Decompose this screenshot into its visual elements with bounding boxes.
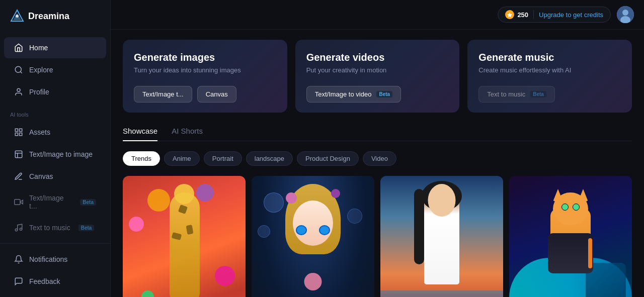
sidebar-item-music[interactable]: Text to music Beta — [4, 217, 106, 238]
text-to-music-button[interactable]: Text to music Beta — [478, 86, 555, 103]
svg-rect-7 — [20, 129, 22, 131]
images-card-desc: Turn your ideas into stunning images — [134, 66, 276, 74]
topbar: 250 Upgrade to get credits — [111, 0, 644, 30]
sidebar-item-text-video[interactable]: Text/Image t... Beta — [4, 188, 106, 216]
text-image-label: Text/Image to image — [29, 150, 93, 158]
music-card-title: Generate music — [478, 52, 621, 63]
explore-label: Explore — [29, 66, 53, 74]
assets-icon — [14, 128, 23, 137]
svg-marker-11 — [20, 200, 23, 204]
bell-icon — [14, 255, 23, 264]
canvas-icon — [14, 172, 23, 181]
music-card-desc: Create music effortlessly with AI — [478, 66, 621, 74]
beta-badge: Beta — [80, 199, 96, 206]
user-avatar[interactable] — [617, 6, 634, 23]
assets-label: Assets — [29, 128, 50, 136]
svg-point-14 — [20, 228, 22, 231]
music-beta-badge: Beta — [78, 225, 95, 231]
giraffe-bg — [123, 176, 246, 297]
music-card-beta-badge: Beta — [530, 91, 546, 97]
image-grid: Gelyn Lakwatsera ♥ 36 ↓ 516 — [123, 176, 632, 297]
text-video-label: Text/Image t... — [29, 194, 72, 210]
app-name: Dreamina — [28, 11, 69, 22]
profile-icon — [14, 87, 23, 96]
sidebar-item-feedback[interactable]: Feedback — [4, 271, 106, 292]
svg-rect-9 — [15, 133, 18, 136]
svg-rect-8 — [20, 133, 22, 136]
text-image-icon — [14, 150, 23, 159]
explore-icon — [14, 65, 23, 74]
svg-rect-6 — [15, 129, 18, 131]
notifications-label: Notifications — [29, 255, 67, 263]
videos-card-buttons: Text/Image to video Beta — [306, 86, 449, 103]
filter-product-design[interactable]: Product Design — [297, 151, 359, 166]
credits-button[interactable]: 250 Upgrade to get credits — [498, 7, 611, 23]
tab-showcase[interactable]: Showcase — [123, 127, 157, 141]
home-label: Home — [29, 44, 48, 52]
page-content: Generate images Turn your ideas into stu… — [111, 30, 644, 297]
credits-value: 250 — [517, 11, 528, 19]
logo-icon — [10, 9, 24, 23]
credits-divider — [533, 10, 534, 19]
image-card-giraffe[interactable] — [123, 176, 246, 297]
home-icon — [14, 43, 23, 52]
portrait-bg — [380, 176, 503, 297]
images-card-buttons: Text/Image t... Canvas — [134, 86, 276, 103]
sidebar: Dreamina Home Explore Profile — [0, 0, 111, 297]
videos-card-desc: Put your creativity in motion — [306, 66, 449, 74]
profile-label: Profile — [29, 88, 49, 96]
image-card-cat[interactable] — [509, 176, 632, 297]
sidebar-bottom: Notifications Feedback — [0, 243, 110, 297]
generate-music-card: Generate music Create music effortlessly… — [467, 40, 632, 113]
cat-bg — [509, 176, 632, 297]
sidebar-item-assets[interactable]: Assets — [4, 122, 106, 143]
app-logo[interactable]: Dreamina — [0, 0, 110, 32]
filter-pills: Trends Anime Portrait landscape Product … — [123, 151, 632, 166]
anime-bg — [252, 176, 374, 297]
sidebar-item-profile[interactable]: Profile — [4, 81, 106, 103]
video-beta-badge: Beta — [376, 91, 392, 97]
filter-anime[interactable]: Anime — [164, 151, 200, 166]
image-card-portrait[interactable] — [380, 176, 503, 297]
feedback-label: Feedback — [29, 277, 60, 285]
svg-rect-10 — [15, 151, 22, 158]
filter-portrait[interactable]: Portrait — [204, 151, 242, 166]
image-card-anime[interactable]: Gelyn Lakwatsera ♥ 36 ↓ 516 — [252, 176, 374, 297]
tab-ai-shorts[interactable]: AI Shorts — [172, 127, 203, 141]
canvas-button[interactable]: Canvas — [197, 86, 236, 103]
filter-trends[interactable]: Trends — [123, 151, 160, 166]
images-card-title: Generate images — [134, 52, 276, 63]
svg-rect-12 — [15, 200, 20, 205]
feedback-icon — [14, 277, 23, 286]
videos-card-title: Generate videos — [306, 52, 449, 63]
music-icon — [14, 223, 23, 232]
sidebar-item-text-image[interactable]: Text/Image to image — [4, 144, 106, 165]
sidebar-nav: Home Explore Profile AI tools — [0, 32, 110, 243]
music-card-buttons: Text to music Beta — [478, 86, 621, 103]
text-image-to-image-button[interactable]: Text/Image t... — [134, 86, 192, 103]
content-tabs: Showcase AI Shorts — [123, 127, 632, 141]
canvas-label: Canvas — [29, 172, 53, 180]
credits-icon — [505, 10, 514, 19]
filter-landscape[interactable]: landscape — [246, 151, 293, 166]
svg-point-2 — [16, 15, 19, 18]
svg-point-5 — [17, 88, 20, 91]
generate-images-card: Generate images Turn your ideas into stu… — [123, 40, 287, 113]
main-content: 250 Upgrade to get credits Generate imag… — [111, 0, 644, 297]
upgrade-link[interactable]: Upgrade to get credits — [539, 11, 603, 19]
generate-videos-card: Generate videos Put your creativity in m… — [295, 40, 460, 113]
svg-point-17 — [622, 10, 628, 16]
svg-point-13 — [15, 229, 18, 231]
ai-tools-label: AI tools — [0, 104, 110, 121]
sidebar-item-explore[interactable]: Explore — [4, 59, 106, 80]
filter-video[interactable]: Video — [363, 151, 396, 166]
sidebar-item-notifications[interactable]: Notifications — [4, 249, 106, 270]
music-label: Text to music — [29, 224, 70, 232]
generation-cards: Generate images Turn your ideas into stu… — [123, 40, 632, 113]
video-icon — [14, 197, 23, 207]
svg-marker-15 — [507, 13, 512, 17]
sidebar-item-canvas[interactable]: Canvas — [4, 166, 106, 187]
svg-line-4 — [20, 71, 22, 73]
sidebar-item-home[interactable]: Home — [4, 37, 106, 58]
text-image-to-video-button[interactable]: Text/Image to video Beta — [306, 86, 401, 103]
